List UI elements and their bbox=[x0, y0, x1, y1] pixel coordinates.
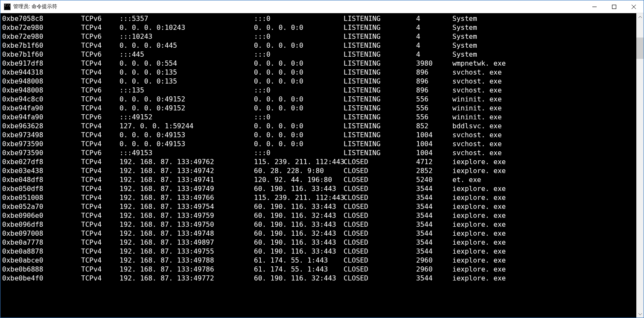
col-pid: 1004 bbox=[416, 130, 452, 139]
col-offset: 0xbe973590 bbox=[2, 148, 81, 157]
col-remote: 60. 190. 116. 32:443 bbox=[254, 211, 344, 220]
window-title: 管理员: 命令提示符 bbox=[13, 3, 57, 10]
scroll-up-button[interactable] bbox=[636, 13, 644, 20]
col-remote: 0. 0. 0. 0:0 bbox=[254, 23, 344, 32]
col-offset: 0xbe973498 bbox=[2, 130, 81, 139]
col-proto: TCPv4 bbox=[81, 211, 119, 220]
col-local: 192. 168. 87. 133:49742 bbox=[119, 166, 254, 175]
col-pid: 3544 bbox=[416, 238, 452, 247]
col-state: LISTENING bbox=[344, 139, 416, 148]
col-local: 192. 168. 87. 133:49748 bbox=[119, 229, 254, 238]
col-pid: 1004 bbox=[416, 139, 452, 148]
col-pid: 2960 bbox=[416, 256, 452, 265]
col-proc: iexplore. exe bbox=[452, 274, 644, 283]
table-row: 0xbe0a7778TCPv4192. 168. 87. 133:4989760… bbox=[2, 238, 644, 247]
col-state: CLOSED bbox=[344, 184, 416, 193]
col-proto: TCPv4 bbox=[81, 68, 119, 77]
col-offset: 0xbe94fa90 bbox=[2, 113, 81, 121]
col-remote: :::0 bbox=[254, 148, 344, 157]
col-proc: wininit. exe bbox=[452, 95, 644, 104]
col-proto: TCPv4 bbox=[81, 23, 119, 32]
col-state: CLOSED bbox=[344, 238, 416, 247]
col-local: 192. 168. 87. 133:49754 bbox=[119, 202, 254, 211]
table-row: 0xbe973590TCPv6:::49153:::0LISTENING1004… bbox=[2, 148, 644, 157]
col-proc: wininit. exe bbox=[452, 113, 644, 121]
table-row: 0xbe948008TCPv40. 0. 0. 0:1350. 0. 0. 0:… bbox=[2, 77, 644, 86]
col-proc: System bbox=[452, 41, 644, 50]
table-row: 0xbe973498TCPv40. 0. 0. 0:491530. 0. 0. … bbox=[2, 130, 644, 139]
col-pid: 4 bbox=[416, 41, 452, 50]
col-state: LISTENING bbox=[344, 95, 416, 104]
col-pid: 556 bbox=[416, 95, 452, 104]
col-proc: iexplore. exe bbox=[452, 220, 644, 229]
col-offset: 0xbe0a8878 bbox=[2, 247, 81, 256]
table-row: 0xbe7b1f60TCPv6:::445:::0LISTENING4Syste… bbox=[2, 50, 644, 59]
table-row: 0xbe94fa90TCPv6:::49152:::0LISTENING556w… bbox=[2, 113, 644, 121]
col-local: 0. 0. 0. 0:49153 bbox=[119, 130, 254, 139]
col-remote: 0. 0. 0. 0:0 bbox=[254, 77, 344, 86]
close-button[interactable] bbox=[624, 0, 644, 13]
col-local: :::49153 bbox=[119, 148, 254, 157]
col-remote: 60. 190. 116. 33:443 bbox=[254, 202, 344, 211]
col-local: :::49152 bbox=[119, 113, 254, 121]
col-remote: 60. 190. 116. 32:443 bbox=[254, 274, 344, 283]
col-remote: 0. 0. 0. 0:0 bbox=[254, 59, 344, 68]
col-proto: TCPv4 bbox=[81, 157, 119, 166]
minimize-icon bbox=[592, 5, 597, 9]
titlebar[interactable]: 管理员: 命令提示符 bbox=[0, 0, 644, 13]
col-proc: iexplore. exe bbox=[452, 247, 644, 256]
table-row: 0xbe948008TCPv6:::135:::0LISTENING896svc… bbox=[2, 86, 644, 95]
col-pid: 3544 bbox=[416, 184, 452, 193]
col-offset: 0xbe0abce0 bbox=[2, 256, 81, 265]
col-state: CLOSED bbox=[344, 247, 416, 256]
col-proc: iexplore. exe bbox=[452, 157, 644, 166]
col-remote: 60. 190. 116. 32:443 bbox=[254, 229, 344, 238]
col-pid: 2852 bbox=[416, 166, 452, 175]
col-remote: 60. 190. 116. 33:443 bbox=[254, 184, 344, 193]
col-pid: 4 bbox=[416, 32, 452, 41]
col-local: 0. 0. 0. 0:445 bbox=[119, 41, 254, 50]
col-proto: TCPv4 bbox=[81, 229, 119, 238]
col-state: CLOSED bbox=[344, 166, 416, 175]
col-remote: 0. 0. 0. 0:0 bbox=[254, 104, 344, 113]
col-state: LISTENING bbox=[344, 68, 416, 77]
maximize-button[interactable] bbox=[604, 0, 624, 13]
col-proto: TCPv4 bbox=[81, 220, 119, 229]
col-proc: System bbox=[452, 14, 644, 23]
col-pid: 4712 bbox=[416, 157, 452, 166]
scroll-down-button[interactable] bbox=[636, 310, 644, 318]
maximize-icon bbox=[612, 5, 616, 9]
col-proto: TCPv4 bbox=[81, 256, 119, 265]
col-remote: 120. 92. 44. 196:80 bbox=[254, 175, 344, 184]
col-pid: 3544 bbox=[416, 220, 452, 229]
col-offset: 0xbe94c8c0 bbox=[2, 95, 81, 104]
col-state: LISTENING bbox=[344, 14, 416, 23]
table-row: 0xbe052a70TCPv4192. 168. 87. 133:4975460… bbox=[2, 202, 644, 211]
col-proc: iexplore. exe bbox=[452, 256, 644, 265]
col-proto: TCPv6 bbox=[81, 148, 119, 157]
vertical-scrollbar[interactable] bbox=[636, 13, 644, 318]
close-icon bbox=[632, 5, 636, 9]
col-proc: wininit. exe bbox=[452, 104, 644, 113]
col-offset: 0xbe94fa90 bbox=[2, 104, 81, 113]
col-pid: 896 bbox=[416, 77, 452, 86]
col-proc: iexplore. exe bbox=[452, 238, 644, 247]
table-row: 0xbe0906e0TCPv4192. 168. 87. 133:4975960… bbox=[2, 211, 644, 220]
col-offset: 0xbe963628 bbox=[2, 121, 81, 130]
minimize-button[interactable] bbox=[585, 0, 604, 13]
scrollbar-track[interactable] bbox=[636, 20, 644, 310]
col-remote: 0. 0. 0. 0:0 bbox=[254, 139, 344, 148]
scrollbar-thumb[interactable] bbox=[636, 38, 644, 59]
col-offset: 0xbe03e438 bbox=[2, 166, 81, 175]
col-pid: 3544 bbox=[416, 193, 452, 202]
col-state: LISTENING bbox=[344, 50, 416, 59]
col-state: CLOSED bbox=[344, 220, 416, 229]
col-proto: TCPv4 bbox=[81, 274, 119, 283]
col-proto: TCPv4 bbox=[81, 202, 119, 211]
col-remote: 115. 239. 211. 112:443 bbox=[254, 193, 344, 202]
col-proto: TCPv4 bbox=[81, 59, 119, 68]
table-row: 0xbe973590TCPv40. 0. 0. 0:491530. 0. 0. … bbox=[2, 139, 644, 148]
col-proc: System bbox=[452, 32, 644, 41]
col-state: LISTENING bbox=[344, 59, 416, 68]
terminal-output[interactable]: 0xbe7058c8TCPv6:::5357:::0LISTENING4Syst… bbox=[0, 13, 644, 318]
